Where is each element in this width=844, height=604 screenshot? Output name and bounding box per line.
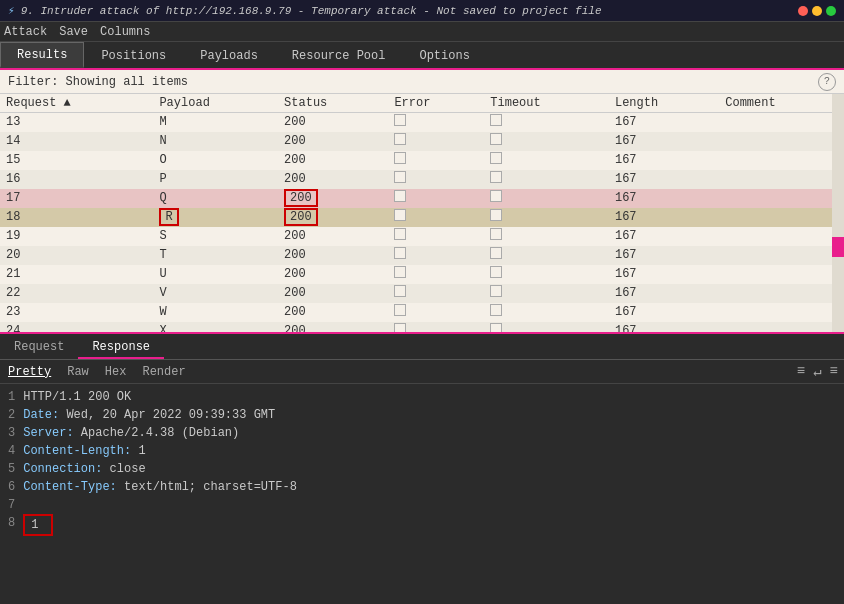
table-row[interactable]: 15O200167 xyxy=(0,151,844,170)
cell-length: 167 xyxy=(609,208,719,227)
filter-text: Filter: Showing all items xyxy=(8,75,188,89)
table-row[interactable]: 14N200167 xyxy=(0,132,844,151)
cell-status: 200 xyxy=(278,265,388,284)
selected-payload: R xyxy=(159,208,178,226)
cell-error xyxy=(388,322,484,333)
filter-bar: Filter: Showing all items ? xyxy=(0,70,844,94)
cell-payload: X xyxy=(153,322,278,333)
table-row[interactable]: 19S200167 xyxy=(0,227,844,246)
format-hex[interactable]: Hex xyxy=(103,364,129,380)
cell-error xyxy=(388,303,484,322)
cell-status: 200 xyxy=(278,246,388,265)
col-error: Error xyxy=(388,94,484,113)
cell-payload: W xyxy=(153,303,278,322)
cell-payload: R xyxy=(153,208,278,227)
cell-comment xyxy=(719,151,844,170)
cell-payload: S xyxy=(153,227,278,246)
filter-help-button[interactable]: ? xyxy=(818,73,836,91)
cell-length: 167 xyxy=(609,189,719,208)
response-body-value: 1 xyxy=(23,514,53,536)
cell-payload: Q xyxy=(153,189,278,208)
menu-attack[interactable]: Attack xyxy=(4,25,47,39)
table-header-row: Request ▲ Payload Status Error Timeout L… xyxy=(0,94,844,113)
cell-timeout xyxy=(484,303,609,322)
table-row[interactable]: 21U200167 xyxy=(0,265,844,284)
cell-request: 18 xyxy=(0,208,153,227)
cell-error xyxy=(388,170,484,189)
cell-timeout xyxy=(484,170,609,189)
col-length: Length xyxy=(609,94,719,113)
cell-length: 167 xyxy=(609,265,719,284)
table-row[interactable]: 24X200167 xyxy=(0,322,844,333)
tab-request[interactable]: Request xyxy=(0,337,78,359)
menu-columns[interactable]: Columns xyxy=(100,25,150,39)
cell-comment xyxy=(719,284,844,303)
cell-error xyxy=(388,189,484,208)
table-row[interactable]: 23W200167 xyxy=(0,303,844,322)
cell-error xyxy=(388,227,484,246)
close-dot[interactable] xyxy=(798,6,808,16)
cell-comment xyxy=(719,189,844,208)
cell-comment xyxy=(719,265,844,284)
cell-timeout xyxy=(484,151,609,170)
format-tabs: Pretty Raw Hex Render ≡ ↵ ≡ xyxy=(0,360,844,384)
col-status: Status xyxy=(278,94,388,113)
scroll-thumb[interactable] xyxy=(832,237,844,257)
window-controls[interactable] xyxy=(798,6,836,16)
cell-status: 200 xyxy=(278,151,388,170)
tab-response[interactable]: Response xyxy=(78,337,164,359)
table-row[interactable]: 16P200167 xyxy=(0,170,844,189)
minimize-dot[interactable] xyxy=(812,6,822,16)
action-more[interactable]: ≡ xyxy=(830,363,838,380)
table-row[interactable]: 17Q200167 xyxy=(0,189,844,208)
format-render[interactable]: Render xyxy=(140,364,187,380)
col-payload: Payload xyxy=(153,94,278,113)
menu-save[interactable]: Save xyxy=(59,25,88,39)
cell-error xyxy=(388,132,484,151)
cell-length: 167 xyxy=(609,170,719,189)
format-raw[interactable]: Raw xyxy=(65,364,91,380)
cell-length: 167 xyxy=(609,151,719,170)
cell-request: 13 xyxy=(0,113,153,132)
tab-options[interactable]: Options xyxy=(402,42,486,68)
cell-status: 200 xyxy=(278,303,388,322)
results-section: Request ▲ Payload Status Error Timeout L… xyxy=(0,94,844,332)
cell-comment xyxy=(719,303,844,322)
tab-payloads[interactable]: Payloads xyxy=(183,42,275,68)
cell-request: 17 xyxy=(0,189,153,208)
table-row[interactable]: 22V200167 xyxy=(0,284,844,303)
tab-results[interactable]: Results xyxy=(0,42,84,68)
format-actions: ≡ ↵ ≡ xyxy=(797,363,838,380)
format-pretty[interactable]: Pretty xyxy=(6,364,53,380)
table-row[interactable]: 20T200167 xyxy=(0,246,844,265)
cell-request: 16 xyxy=(0,170,153,189)
tab-positions[interactable]: Positions xyxy=(84,42,183,68)
tab-resource-pool[interactable]: Resource Pool xyxy=(275,42,403,68)
cell-request: 19 xyxy=(0,227,153,246)
maximize-dot[interactable] xyxy=(826,6,836,16)
cell-status: 200 xyxy=(278,132,388,151)
cell-length: 167 xyxy=(609,132,719,151)
cell-status: 200 xyxy=(278,322,388,333)
cell-length: 167 xyxy=(609,322,719,333)
cell-timeout xyxy=(484,113,609,132)
cell-request: 23 xyxy=(0,303,153,322)
table-row[interactable]: 13M200167 xyxy=(0,113,844,132)
results-table: Request ▲ Payload Status Error Timeout L… xyxy=(0,94,844,332)
window-title: 9. Intruder attack of http://192.168.9.7… xyxy=(21,5,602,17)
action-wrap[interactable]: ≡ xyxy=(797,363,805,380)
cell-timeout xyxy=(484,265,609,284)
cell-length: 167 xyxy=(609,303,719,322)
response-content: 1 HTTP/1.1 200 OK 2 Date: Wed, 20 Apr 20… xyxy=(0,384,844,552)
cell-comment xyxy=(719,208,844,227)
table-row[interactable]: 18R200167 xyxy=(0,208,844,227)
action-indent[interactable]: ↵ xyxy=(813,363,821,380)
cell-timeout xyxy=(484,227,609,246)
cell-payload: O xyxy=(153,151,278,170)
cell-request: 22 xyxy=(0,284,153,303)
response-line-7: 7 xyxy=(8,496,836,514)
cell-error xyxy=(388,265,484,284)
window-icon: ⚡ xyxy=(8,4,15,17)
scrollbar[interactable] xyxy=(832,94,844,332)
response-line-5: 5 Connection: close xyxy=(8,460,836,478)
